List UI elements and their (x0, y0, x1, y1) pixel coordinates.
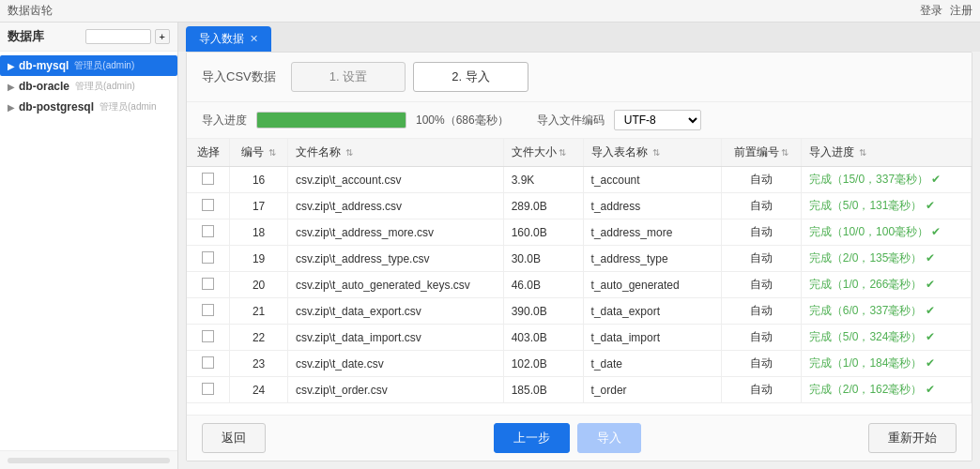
row-checkbox-cell[interactable] (187, 219, 230, 246)
status-icon: ✔ (926, 304, 935, 317)
status-icon: ✔ (926, 251, 935, 265)
progress-percent: 100%（686毫秒） (416, 113, 509, 129)
progress-row: 导入进度 100%（686毫秒） 导入文件编码 UTF-8 GBK GB2312 (187, 102, 972, 139)
login-link[interactable]: 登录 (920, 3, 942, 19)
row-prefix: 自动 (721, 325, 801, 351)
progress-bar-container (256, 112, 406, 129)
status-badge: 完成（1/0，184毫秒） (809, 356, 923, 370)
sidebar-search-input[interactable] (85, 29, 151, 44)
row-progress: 完成（1/0，266毫秒） ✔ (801, 272, 971, 298)
row-table-name: t_order (583, 377, 721, 403)
checkbox-icon[interactable] (202, 330, 214, 342)
sidebar-scrollbar[interactable] (8, 458, 170, 463)
col-header-progress[interactable]: 导入进度 ⇅ (801, 139, 971, 167)
status-badge: 完成（2/0，162毫秒） (809, 383, 923, 396)
checkbox-icon[interactable] (202, 304, 214, 316)
row-progress: 完成（10/0，100毫秒） ✔ (801, 219, 971, 246)
step1-button[interactable]: 1. 设置 (291, 62, 406, 92)
db-oracle-name: db-oracle (19, 80, 69, 93)
sidebar-add-button[interactable]: + (155, 29, 170, 44)
col-header-table[interactable]: 导入表名称 ⇅ (583, 139, 721, 167)
row-checkbox-cell[interactable] (187, 377, 230, 403)
tree-arrow-icon: ▶ (8, 102, 15, 113)
tab-close-button[interactable]: ✕ (250, 33, 258, 45)
footer: 返回 上一步 导入 重新开始 (187, 415, 972, 461)
sidebar-item-db-postgresql[interactable]: ▶ db-postgresql 管理员(admin (0, 97, 177, 117)
status-icon: ✔ (926, 330, 935, 343)
footer-center: 上一步 导入 (494, 423, 641, 453)
table-row: 23 csv.zip\t_date.csv 102.0B t_date 自动 完… (187, 351, 972, 377)
tree-arrow-icon: ▶ (8, 82, 15, 92)
table-row: 21 csv.zip\t_data_export.csv 390.0B t_da… (187, 298, 972, 325)
row-size: 102.0B (503, 351, 583, 377)
row-prefix: 自动 (721, 219, 801, 246)
table-row: 17 csv.zip\t_address.csv 289.0B t_addres… (187, 193, 972, 219)
checkbox-icon[interactable] (202, 383, 214, 395)
db-postgresql-role: 管理员(admin (100, 100, 157, 113)
import-data-tab[interactable]: 导入数据 ✕ (186, 26, 271, 52)
row-checkbox-cell[interactable] (187, 351, 230, 377)
checkbox-icon[interactable] (202, 199, 214, 211)
status-icon: ✔ (926, 278, 935, 291)
db-postgresql-name: db-postgresql (19, 100, 94, 113)
col-header-id[interactable]: 编号 ⇅ (230, 139, 288, 167)
row-filename: csv.zip\t_data_export.csv (287, 298, 503, 325)
status-icon: ✔ (926, 356, 935, 370)
row-checkbox-cell[interactable] (187, 272, 230, 298)
import-button[interactable]: 导入 (577, 423, 641, 453)
row-progress: 完成（1/0，184毫秒） ✔ (801, 351, 971, 377)
status-badge: 完成（15/0，337毫秒） (809, 173, 928, 186)
row-id: 21 (230, 298, 288, 325)
row-checkbox-cell[interactable] (187, 167, 230, 193)
restart-button[interactable]: 重新开始 (868, 423, 957, 453)
col-header-filename[interactable]: 文件名称 ⇅ (287, 139, 503, 167)
row-filename: csv.zip\t_auto_generated_keys.csv (287, 272, 503, 298)
import-table: 选择 编号 ⇅ 文件名称 ⇅ 文件大小⇅ 导入表名称 ⇅ 前置编号⇅ 导入进度 … (187, 139, 972, 403)
import-csv-label: 导入CSV数据 (202, 68, 276, 85)
prev-step-button[interactable]: 上一步 (494, 423, 570, 453)
col-header-size[interactable]: 文件大小⇅ (503, 139, 583, 167)
encoding-select[interactable]: UTF-8 GBK GB2312 (614, 110, 701, 130)
checkbox-icon[interactable] (202, 356, 214, 369)
row-filename: csv.zip\t_order.csv (287, 377, 503, 403)
row-prefix: 自动 (721, 351, 801, 377)
status-badge: 完成（10/0，100毫秒） (809, 225, 928, 238)
row-filename: csv.zip\t_data_import.csv (287, 325, 503, 351)
row-id: 17 (230, 193, 288, 219)
row-id: 23 (230, 351, 288, 377)
sidebar-header: 数据库 + (0, 23, 177, 52)
row-size: 30.0B (503, 246, 583, 272)
table-row: 20 csv.zip\t_auto_generated_keys.csv 46.… (187, 272, 972, 298)
col-header-check: 选择 (187, 139, 230, 167)
row-table-name: t_auto_generated (583, 272, 721, 298)
back-button[interactable]: 返回 (202, 423, 266, 453)
checkbox-icon[interactable] (202, 225, 214, 237)
row-prefix: 自动 (721, 246, 801, 272)
table-row: 18 csv.zip\t_address_more.csv 160.0B t_a… (187, 219, 972, 246)
progress-bar-fill (257, 113, 406, 128)
row-filename: csv.zip\t_address_more.csv (287, 219, 503, 246)
row-checkbox-cell[interactable] (187, 298, 230, 325)
step2-button[interactable]: 2. 导入 (413, 62, 528, 92)
checkbox-icon[interactable] (202, 278, 214, 290)
row-checkbox-cell[interactable] (187, 246, 230, 272)
encoding-label: 导入文件编码 (537, 113, 605, 129)
row-progress: 完成（15/0，337毫秒） ✔ (801, 167, 971, 193)
sidebar-item-db-oracle[interactable]: ▶ db-oracle 管理员(admin) (0, 76, 177, 97)
sidebar-item-db-mysql[interactable]: ▶ db-mysql 管理员(admin) (0, 55, 177, 76)
row-id: 16 (230, 167, 288, 193)
checkbox-icon[interactable] (202, 173, 214, 185)
footer-right: 重新开始 (868, 423, 957, 453)
checkbox-icon[interactable] (202, 251, 214, 264)
row-checkbox-cell[interactable] (187, 325, 230, 351)
register-link[interactable]: 注册 (950, 3, 972, 19)
status-badge: 完成（1/0，266毫秒） (809, 278, 923, 291)
row-checkbox-cell[interactable] (187, 193, 230, 219)
top-bar: 数据齿轮 登录 注册 (0, 0, 980, 23)
col-header-prefix[interactable]: 前置编号⇅ (721, 139, 801, 167)
db-oracle-role: 管理员(admin) (75, 80, 135, 93)
status-icon: ✔ (931, 225, 941, 238)
status-icon: ✔ (931, 173, 941, 186)
progress-label: 导入进度 (202, 113, 247, 129)
main-layout: 数据库 + ▶ db-mysql 管理员(admin) ▶ db-oracle … (0, 23, 980, 469)
